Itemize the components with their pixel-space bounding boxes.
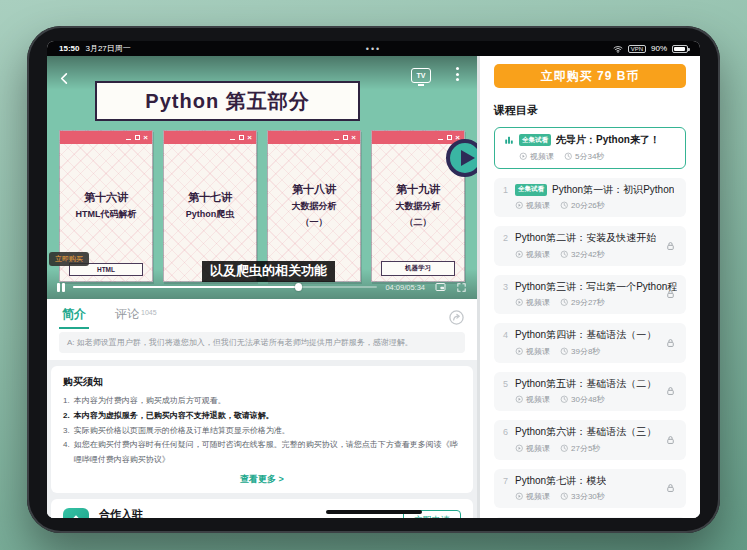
lesson-title: Python第一讲：初识Python — [552, 183, 674, 197]
close-icon: × — [247, 134, 252, 142]
lesson-title: Python第五讲：基础语法（二） — [515, 377, 656, 391]
lesson-number: 1 — [503, 185, 510, 195]
lock-icon — [665, 337, 676, 348]
home-indicator[interactable] — [326, 510, 422, 514]
lesson-row[interactable]: 6 Python第六讲：基础语法（三） 视频课 27分5秒 — [494, 420, 686, 460]
catalog-title: 课程目录 — [494, 103, 686, 118]
lesson-number: 6 — [503, 427, 510, 437]
minimize-icon — [438, 139, 443, 141]
player-controls: 04:09/05:34 — [47, 275, 477, 299]
buy-now-badge[interactable]: 立即购买 — [49, 252, 89, 266]
close-icon: × — [351, 134, 356, 142]
status-bar: 15:50 3月27日周一 ••• VPN 90% — [47, 41, 700, 56]
lock-icon — [665, 386, 676, 397]
fullscreen-icon[interactable] — [456, 282, 467, 293]
lecture-cards: × 第十六讲 HTML代码解析 HTML — [59, 130, 465, 282]
battery-percent: 90% — [651, 44, 667, 53]
lecture-card: × 第十八讲 大数据分析 （一） — [267, 130, 361, 282]
lesson-number: 7 — [503, 476, 510, 486]
video-type-icon — [515, 444, 524, 453]
video-title-card: Python 第五部分 — [95, 81, 360, 121]
time-display: 04:09/05:34 — [385, 283, 425, 292]
tab-section: 简介 评论1045 A: 如老师设置用户群，我们将邀您加入，但我们无法承诺所有老… — [47, 299, 477, 360]
tab-intro[interactable]: 简介 — [59, 306, 89, 329]
tab-comments[interactable]: 评论1045 — [115, 306, 157, 329]
video-type-icon — [515, 201, 524, 210]
tv-cast-icon[interactable]: TV — [411, 68, 431, 83]
note-item: 3.实际购买价格以页面展示的价格及订单结算页显示价格为准。 — [63, 424, 461, 439]
lesson-title: Python第二讲：安装及快速开始 — [515, 231, 656, 245]
video-type-icon — [519, 152, 528, 161]
lock-icon — [665, 483, 676, 494]
video-type-icon — [515, 250, 524, 259]
note-item: 2.本内容为虚拟服务，已购买内容不支持退款，敬请谅解。 — [63, 409, 461, 424]
share-icon[interactable] — [448, 309, 465, 326]
see-more-link[interactable]: 查看更多 > — [63, 473, 461, 486]
multitask-indicator-icon: ••• — [366, 46, 381, 52]
video-type-icon — [515, 347, 524, 356]
course-detail-column: TV Python 第五部分 × — [47, 56, 477, 518]
lesson-number: 5 — [503, 379, 510, 389]
pip-icon[interactable] — [433, 281, 448, 293]
window-titlebar: × — [164, 131, 256, 144]
close-icon: × — [143, 134, 148, 142]
minimize-icon — [126, 139, 131, 141]
lesson-number: 4 — [503, 330, 510, 340]
lesson-title: Python第七讲：模块 — [515, 474, 606, 488]
tablet-frame: 15:50 3月27日周一 ••• VPN 90% TV — [27, 26, 720, 533]
lesson-title: 先导片：Python来了！ — [556, 133, 660, 147]
trial-badge: 全集试看 — [515, 184, 547, 196]
duration-icon — [560, 298, 569, 307]
back-icon[interactable] — [57, 71, 72, 86]
purchase-notes-card: 购买须知 1.本内容为付费内容，购买成功后方可观看。 2.本内容为虚拟服务，已购… — [51, 366, 473, 493]
maximize-icon — [135, 135, 140, 140]
lesson-number: 3 — [503, 282, 510, 292]
lesson-row[interactable]: 3 Python第三讲：写出第一个Python程序 视频课 29分27秒 — [494, 275, 686, 315]
lesson-row[interactable]: 5 Python第五讲：基础语法（二） 视频课 30分48秒 — [494, 372, 686, 412]
lesson-row[interactable]: 2 Python第二讲：安装及快速开始 视频课 32分42秒 — [494, 226, 686, 266]
lesson-row[interactable]: 7 Python第七讲：模块 视频课 33分30秒 — [494, 469, 686, 509]
note-item: 4.如您在购买付费内容时有任何疑问，可随时咨询在线客服。完整的购买协议，请您点击… — [63, 438, 461, 468]
vpn-badge: VPN — [628, 45, 646, 53]
window-titlebar: × — [60, 131, 152, 144]
lesson-title: Python第三讲：写出第一个Python程序 — [515, 280, 677, 294]
battery-icon — [672, 45, 688, 53]
duration-icon — [560, 201, 569, 210]
lesson-number: 2 — [503, 233, 510, 243]
video-type-icon — [515, 395, 524, 404]
more-options-icon[interactable] — [456, 67, 459, 81]
lock-icon — [665, 240, 676, 251]
partner-card: 合作入驻 名师好课，尽在哔哩哔哩课堂 立即申请 — [51, 499, 473, 518]
pause-icon[interactable] — [57, 283, 65, 292]
lock-icon — [665, 434, 676, 445]
clock-date: 3月27日周一 — [85, 43, 130, 54]
maximize-icon — [239, 135, 244, 140]
lesson-title: Python第四讲：基础语法（一） — [515, 328, 656, 342]
lesson-row[interactable]: 4 Python第四讲：基础语法（一） 视频课 39分8秒 — [494, 323, 686, 363]
buy-course-button[interactable]: 立即购买 79 B币 — [494, 64, 686, 88]
wifi-icon — [613, 44, 623, 54]
window-titlebar: × — [268, 131, 360, 144]
maximize-icon — [447, 135, 452, 140]
video-player[interactable]: TV Python 第五部分 × — [47, 56, 477, 299]
note-item: 1.本内容为付费内容，购买成功后方可观看。 — [63, 394, 461, 409]
video-type-icon — [515, 298, 524, 307]
duration-icon — [560, 492, 569, 501]
video-type-icon — [515, 492, 524, 501]
duration-icon — [560, 395, 569, 404]
partner-title: 合作入驻 — [99, 507, 203, 518]
duration-icon — [560, 347, 569, 356]
video-title: Python 第五部分 — [145, 88, 309, 115]
play-icon[interactable] — [446, 139, 477, 177]
trial-badge: 全集试看 — [519, 134, 551, 146]
lesson-row-featured[interactable]: 全集试看 先导片：Python来了！ 视频课 5分34秒 — [494, 127, 686, 169]
clock-time: 15:50 — [59, 44, 79, 53]
lesson-row[interactable]: 1 全集试看 Python第一讲：初识Python 视频课 20分26秒 — [494, 178, 686, 218]
lecture-card: × 第十七讲 Python爬虫 — [163, 130, 257, 282]
comments-count: 1045 — [141, 309, 157, 316]
duration-icon — [560, 250, 569, 259]
user-group-notice: A: 如老师设置用户群，我们将邀您加入，但我们无法承诺所有老师均提供用户群服务，… — [59, 332, 465, 353]
now-playing-icon — [504, 135, 514, 145]
lesson-row[interactable]: 8 Python第八讲：Python绘图 视频课 31分55秒 — [494, 517, 686, 518]
progress-bar[interactable] — [73, 286, 378, 288]
